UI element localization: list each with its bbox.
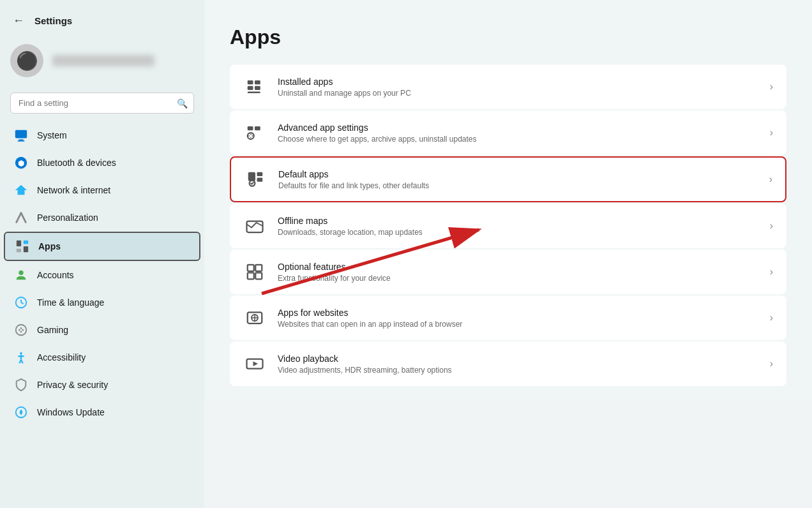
apps-icon [15, 239, 29, 253]
sidebar-item-personalization-label: Personalization [37, 213, 98, 223]
sidebar-item-time-label: Time & language [37, 297, 104, 308]
svg-rect-38 [257, 178, 263, 182]
sidebar-item-gaming-label: Gaming [37, 325, 68, 335]
sidebar-item-privacy[interactable]: Privacy & security [4, 371, 200, 398]
search-input[interactable] [10, 93, 194, 114]
sidebar-item-gaming[interactable]: Gaming [4, 317, 200, 343]
sidebar-item-update[interactable]: Windows Update [4, 399, 200, 426]
svg-rect-32 [248, 126, 253, 130]
default-apps-text: Default apps Defaults for file and link … [278, 169, 758, 190]
installed-apps-desc: Uninstall and manage apps on your PC [278, 89, 758, 98]
sidebar-item-personalization[interactable]: Personalization [4, 204, 200, 231]
svg-rect-35 [248, 172, 255, 181]
sidebar-item-bluetooth-label: Bluetooth & devices [37, 158, 116, 168]
time-icon [14, 295, 28, 310]
personalization-icon [14, 211, 28, 225]
video-playback-title: Video playback [278, 354, 758, 364]
optional-features-title: Optional features [278, 262, 758, 272]
svg-rect-28 [255, 80, 260, 84]
main-content: Apps Installed apps Uninstall and manage… [204, 0, 812, 399]
settings-item-apps-for-websites[interactable]: Apps for websites Websites that can open… [230, 295, 786, 340]
default-apps-desc: Defaults for file and link types, other … [278, 181, 758, 190]
sidebar-item-privacy-label: Privacy & security [37, 380, 108, 390]
svg-text:⬢: ⬢ [18, 159, 24, 168]
sidebar-item-bluetooth[interactable]: ⬢ Bluetooth & devices [4, 149, 200, 176]
apps-for-websites-chevron: › [770, 312, 773, 324]
sidebar-item-time[interactable]: Time & language [4, 289, 200, 316]
main-wrapper: Apps Installed apps Uninstall and manage… [204, 0, 812, 508]
svg-rect-41 [255, 265, 262, 271]
svg-line-25 [21, 360, 23, 364]
sidebar-item-system-label: System [37, 130, 67, 140]
svg-rect-1 [19, 139, 23, 140]
settings-list: Installed apps Uninstall and manage apps… [230, 64, 786, 386]
advanced-app-settings-text: Advanced app settings Choose where to ge… [278, 123, 758, 144]
user-section: ⚫ [0, 38, 204, 87]
settings-item-default-apps[interactable]: Default apps Defaults for file and link … [230, 156, 786, 202]
svg-marker-49 [253, 361, 259, 366]
svg-point-16 [16, 325, 27, 336]
svg-point-12 [19, 271, 23, 275]
offline-maps-text: Offline maps Downloads, storage location… [278, 216, 758, 237]
apps-for-websites-icon [243, 306, 266, 329]
svg-point-19 [20, 327, 22, 329]
avatar[interactable]: ⚫ [10, 44, 43, 77]
settings-item-video-playback[interactable]: Video playback Video adjustments, HDR st… [230, 341, 786, 386]
optional-features-chevron: › [770, 266, 773, 278]
svg-rect-30 [255, 86, 260, 90]
settings-item-offline-maps[interactable]: Offline maps Downloads, storage location… [230, 204, 786, 248]
svg-point-34 [248, 133, 254, 139]
svg-rect-11 [24, 246, 28, 252]
svg-point-20 [20, 331, 22, 332]
gaming-icon [14, 323, 28, 337]
svg-line-6 [17, 213, 21, 223]
sidebar-item-network[interactable]: Network & internet [4, 177, 200, 204]
settings-item-installed-apps[interactable]: Installed apps Uninstall and manage apps… [230, 64, 786, 109]
search-icon: 🔍 [177, 98, 188, 108]
optional-features-icon [243, 260, 266, 283]
svg-line-7 [21, 213, 26, 223]
sidebar-item-update-label: Windows Update [37, 407, 105, 417]
avatar-icon: ⚫ [16, 50, 38, 71]
svg-rect-8 [17, 241, 21, 246]
advanced-app-settings-chevron: › [770, 127, 773, 138]
nav-list: System ⬢ Bluetooth & devices Network & i… [0, 121, 204, 508]
back-button[interactable]: ← [10, 11, 27, 30]
sidebar-item-apps[interactable]: Apps [4, 232, 200, 261]
apps-for-websites-title: Apps for websites [278, 308, 758, 318]
sidebar-item-accessibility[interactable]: Accessibility [4, 344, 200, 371]
svg-rect-31 [248, 92, 260, 94]
apps-for-websites-desc: Websites that can open in an app instead… [278, 320, 758, 329]
accounts-icon [14, 268, 28, 282]
sidebar-item-apps-label: Apps [38, 241, 61, 251]
svg-rect-33 [255, 126, 260, 130]
svg-rect-9 [24, 241, 28, 244]
svg-rect-10 [17, 249, 21, 253]
settings-item-optional-features[interactable]: Optional features Extra functionality fo… [230, 250, 786, 294]
svg-point-17 [19, 329, 20, 331]
back-icon: ← [13, 14, 24, 27]
sidebar-item-accounts-label: Accounts [37, 270, 74, 280]
default-apps-chevron: › [769, 174, 772, 185]
offline-maps-icon [243, 214, 266, 237]
search-box: 🔍 [10, 93, 194, 114]
svg-rect-43 [255, 273, 262, 279]
privacy-icon [14, 378, 28, 392]
svg-line-15 [21, 303, 24, 304]
svg-rect-27 [248, 80, 253, 84]
settings-item-advanced-app-settings[interactable]: Advanced app settings Choose where to ge… [230, 110, 786, 155]
video-playback-chevron: › [770, 358, 773, 370]
svg-rect-29 [248, 86, 253, 90]
svg-rect-40 [248, 265, 254, 271]
sidebar-item-accounts[interactable]: Accounts [4, 262, 200, 288]
user-name [52, 55, 154, 66]
sidebar-item-system[interactable]: System [4, 122, 200, 149]
apps-for-websites-text: Apps for websites Websites that can open… [278, 308, 758, 329]
default-apps-icon [244, 168, 267, 191]
offline-maps-chevron: › [770, 220, 773, 232]
bluetooth-icon: ⬢ [14, 156, 28, 170]
sidebar: ← Settings ⚫ 🔍 System ⬢ Bluetooth & devi… [0, 0, 204, 508]
offline-maps-desc: Downloads, storage location, map updates [278, 228, 758, 237]
page-title: Apps [230, 26, 786, 49]
default-apps-title: Default apps [278, 169, 758, 179]
